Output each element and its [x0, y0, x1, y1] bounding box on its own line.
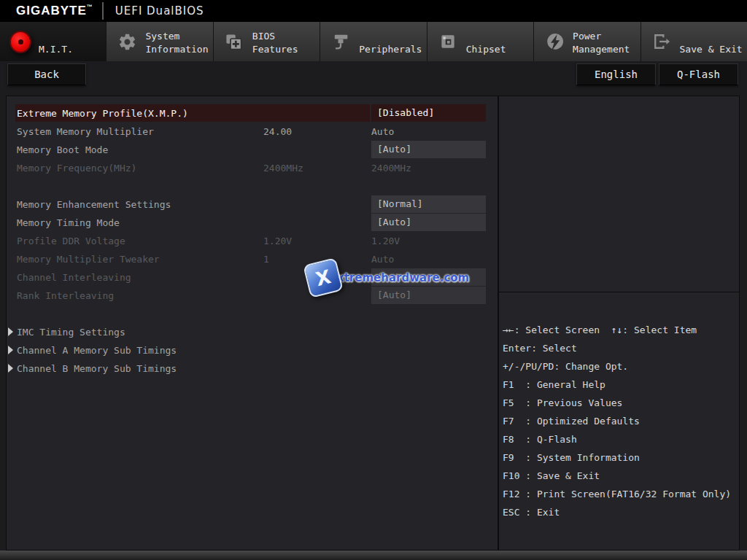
row-spacer	[7, 177, 498, 195]
tab-bar: M.I.T.SystemInformationBIOSFeaturesPerip…	[0, 22, 747, 61]
watermark: X xtremehardware.com	[306, 261, 469, 295]
gigabyte-logo: GIGABYTE™	[16, 4, 93, 18]
peripherals-icon	[330, 31, 352, 52]
back-button[interactable]: Back	[7, 63, 86, 85]
setting-row[interactable]: Memory Boot Mode[Auto]	[7, 141, 498, 159]
qflash-button[interactable]: Q-Flash	[659, 63, 738, 85]
tab-peripherals[interactable]: Peripherals	[320, 22, 427, 61]
top-bar: GIGABYTE™ UEFI DualBIOS	[0, 0, 747, 22]
submenu-arrow-icon	[8, 346, 13, 354]
setting-label: Memory Timing Mode	[17, 214, 120, 232]
setting-value: 1.20V	[371, 232, 486, 250]
trademark: ™	[87, 4, 93, 10]
help-line: F9 : System Information	[503, 448, 736, 467]
help-line: F8 : Q-Flash	[503, 430, 736, 448]
save-exit-icon	[651, 31, 673, 52]
setting-label: Channel A Memory Sub Timings	[17, 341, 177, 359]
help-line: →←: Select Screen ↑↓: Select Item	[503, 321, 736, 339]
help-line: +/-/PU/PD: Change Opt.	[503, 357, 736, 376]
setting-value[interactable]: [Normal]	[371, 195, 486, 213]
setting-label: Memory Frequency(MHz)	[17, 159, 136, 177]
submenu-arrow-icon	[8, 327, 13, 336]
power-bolt-icon	[543, 31, 565, 52]
help-line: F1 : General Help	[503, 376, 736, 394]
settings-rows: Extreme Memory Profile(X.M.P.)[Disabled]…	[7, 104, 498, 378]
setting-current-value: 24.00	[263, 122, 292, 141]
mit-dot-icon	[9, 31, 31, 52]
tab-label: BIOSFeatures	[252, 22, 298, 61]
bios-screen: GIGABYTE™ UEFI DualBIOS M.I.T.SystemInfo…	[0, 0, 747, 560]
setting-row[interactable]: Memory Enhancement Settings[Normal]	[7, 195, 498, 214]
setting-label: Profile DDR Voltage	[17, 232, 125, 250]
gear-icon	[116, 31, 138, 52]
setting-row[interactable]: Memory Frequency(MHz)2400MHz2400MHz	[7, 159, 498, 177]
tab-label: PowerManagement	[573, 22, 630, 61]
tab-chipset[interactable]: Chipset	[427, 22, 534, 61]
key-help-box: →←: Select Screen ↑↓: Select ItemEnter: …	[499, 293, 739, 550]
setting-current-value: 1.20V	[263, 232, 292, 250]
setting-label: Rank Interleaving	[17, 287, 114, 305]
tab-label: Save & Exit	[680, 22, 743, 61]
chipset-icon	[437, 31, 459, 52]
divider	[102, 2, 104, 20]
bios-chip-icon	[223, 31, 245, 52]
help-line: F7 : Optimized Defaults	[503, 412, 736, 430]
submenu-row[interactable]: Channel A Memory Sub Timings	[7, 341, 498, 359]
firmware-title: UEFI DualBIOS	[115, 4, 204, 18]
setting-value[interactable]: [Disabled]	[371, 104, 486, 122]
setting-row[interactable]: System Memory Multiplier24.00Auto	[7, 122, 498, 141]
setting-label: IMC Timing Settings	[17, 323, 125, 341]
setting-row[interactable]: Memory Timing Mode[Auto]	[7, 214, 498, 232]
setting-label: Channel Interleaving	[17, 268, 131, 287]
tab-mit[interactable]: M.I.T.	[0, 22, 107, 61]
submenu-arrow-icon	[8, 364, 13, 373]
setting-value[interactable]: [Auto]	[371, 141, 486, 158]
setting-label: System Memory Multiplier	[17, 122, 154, 141]
tab-system-information[interactable]: SystemInformation	[107, 22, 213, 61]
setting-row[interactable]: Extreme Memory Profile(X.M.P.)[Disabled]	[7, 104, 498, 122]
help-line: Enter: Select	[503, 339, 736, 357]
settings-panel: Extreme Memory Profile(X.M.P.)[Disabled]…	[6, 96, 498, 551]
setting-value: Auto	[371, 122, 486, 141]
submenu-row[interactable]: Channel B Memory Sub Timings	[7, 359, 498, 378]
tab-label: Peripherals	[359, 22, 422, 61]
help-panel: →←: Select Screen ↑↓: Select ItemEnter: …	[498, 96, 740, 551]
help-line: F10 : Save & Exit	[503, 467, 736, 485]
help-line: F12 : Print Screen(FAT16/32 Format Only)	[503, 485, 736, 503]
submenu-row[interactable]: IMC Timing Settings	[7, 323, 498, 341]
tab-label: M.I.T.	[39, 22, 73, 61]
tab-save-exit[interactable]: Save & Exit	[641, 22, 747, 61]
tab-power-management[interactable]: PowerManagement	[534, 22, 640, 61]
tab-bios-features[interactable]: BIOSFeatures	[214, 22, 320, 61]
setting-label: Memory Enhancement Settings	[17, 195, 171, 214]
setting-label: Channel B Memory Sub Timings	[17, 359, 177, 378]
language-button[interactable]: English	[576, 63, 656, 85]
tab-label: Chipset	[466, 22, 506, 61]
tab-label: SystemInformation	[145, 22, 208, 61]
row-spacer	[7, 305, 498, 323]
help-line: ESC : Exit	[503, 503, 736, 521]
footer-strip	[0, 551, 747, 560]
watermark-x-icon: X	[303, 257, 344, 298]
watermark-text: xtremehardware.com	[337, 271, 469, 284]
setting-current-value: 1	[263, 250, 269, 268]
setting-value[interactable]: [Auto]	[371, 214, 486, 231]
setting-value: 2400MHz	[371, 159, 486, 177]
setting-label: Memory Multiplier Tweaker	[17, 250, 160, 268]
setting-label: Extreme Memory Profile(X.M.P.)	[17, 104, 188, 122]
item-help-box	[499, 96, 739, 292]
setting-label: Memory Boot Mode	[17, 141, 108, 159]
setting-row[interactable]: Profile DDR Voltage1.20V1.20V	[7, 232, 498, 250]
setting-current-value: 2400MHz	[263, 159, 303, 177]
help-line: F5 : Previous Values	[503, 394, 736, 412]
